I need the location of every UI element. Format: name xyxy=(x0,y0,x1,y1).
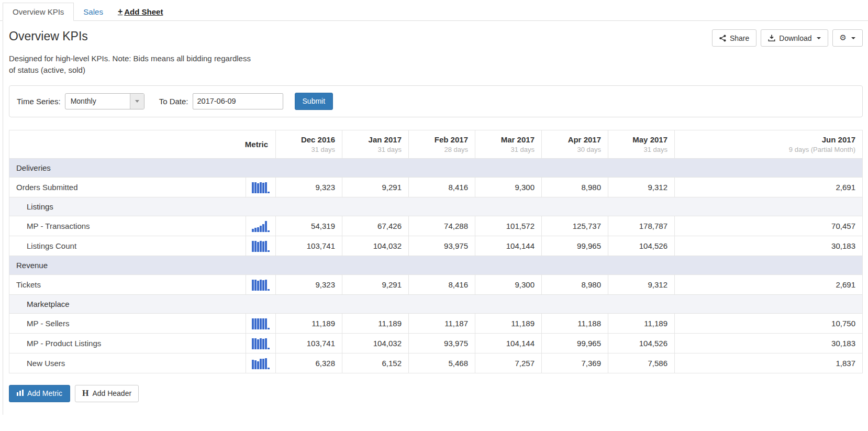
page-title: Overview KPIs xyxy=(9,29,88,43)
sparkline-bar xyxy=(254,338,257,349)
tab-overview-kpis[interactable]: Overview KPIs xyxy=(3,3,74,21)
metric-label: MP - Sellers xyxy=(9,313,246,333)
metric-value: 5,468 xyxy=(409,353,475,373)
to-date-label: To Date: xyxy=(159,97,188,106)
sparkline-bar xyxy=(260,280,262,291)
section-label: Deliveries xyxy=(9,158,863,177)
metric-row[interactable]: MP - Product Listings103,741104,03293,97… xyxy=(9,333,863,353)
month-column-header: Jan 201731 days xyxy=(342,130,409,158)
sparkline-cell xyxy=(246,333,276,353)
sparkline-bar xyxy=(268,289,270,291)
sparkline-bar xyxy=(257,227,259,232)
add-metric-label: Add Metric xyxy=(27,389,62,397)
metric-value: 11,189 xyxy=(475,313,542,333)
sparkline-cell xyxy=(246,177,276,197)
sparkline-cell xyxy=(246,274,276,294)
metric-value: 11,189 xyxy=(608,313,675,333)
metric-value: 9,300 xyxy=(475,177,542,197)
sparkline-bar xyxy=(262,339,264,349)
add-header-button[interactable]: H Add Header xyxy=(75,385,139,402)
sheet-tab-bar: Overview KPIs Sales +Add Sheet xyxy=(0,0,868,21)
metric-value: 7,369 xyxy=(542,353,608,373)
metric-row[interactable]: Tickets9,3239,2918,4169,3008,9809,3122,6… xyxy=(9,274,863,294)
sparkline-bar xyxy=(265,221,267,232)
sparkline-bar xyxy=(265,338,267,349)
metric-value: 6,328 xyxy=(276,353,342,373)
add-metric-button[interactable]: Add Metric xyxy=(9,385,70,402)
metric-value: 8,980 xyxy=(542,177,608,197)
share-button[interactable]: Share xyxy=(712,29,756,47)
sparkline-bar xyxy=(262,318,264,329)
metric-row[interactable]: New Users6,3286,1525,4687,2577,3697,5861… xyxy=(9,353,863,373)
month-column-header: Jun 20179 days (Partial Month) xyxy=(675,130,863,158)
month-column-header: Apr 201730 days xyxy=(542,130,608,158)
header-h-icon: H xyxy=(82,389,88,397)
metric-row[interactable]: Listings Count103,741104,03293,975104,14… xyxy=(9,236,863,256)
sparkline-bar xyxy=(257,281,259,291)
sparkline-bar xyxy=(252,182,254,193)
submit-button[interactable]: Submit xyxy=(295,93,333,110)
subsection-label: Marketplace xyxy=(9,294,863,313)
sparkline-bar xyxy=(252,318,254,329)
subsection-header-row: Listings xyxy=(9,197,863,216)
metric-label: Tickets xyxy=(9,274,246,294)
sparkline-bar xyxy=(252,280,254,291)
settings-button[interactable]: ⚙ xyxy=(832,29,863,47)
metric-label: Orders Submitted xyxy=(9,177,246,197)
section-header-row: Revenue xyxy=(9,256,863,274)
subsection-label: Listings xyxy=(9,197,863,216)
metric-value: 6,152 xyxy=(342,353,409,373)
sparkline-bar xyxy=(252,241,254,252)
select-arrow-icon[interactable] xyxy=(130,94,144,109)
metric-row[interactable]: MP - Transactions54,31967,42674,288101,5… xyxy=(9,216,863,236)
sparkline-bar xyxy=(262,280,264,291)
metric-value: 101,572 xyxy=(475,216,542,236)
sparkline xyxy=(249,337,272,349)
section-label: Revenue xyxy=(9,256,863,274)
metric-value: 104,032 xyxy=(342,236,409,256)
metric-value: 93,975 xyxy=(409,236,475,256)
metric-value: 104,144 xyxy=(475,236,542,256)
sparkline-bar xyxy=(268,348,270,349)
sparkline-bar xyxy=(265,182,267,193)
tab-sales[interactable]: Sales xyxy=(74,3,113,20)
metric-value: 93,975 xyxy=(409,333,475,353)
sparkline-bar xyxy=(268,328,270,329)
metric-value: 2,691 xyxy=(675,274,863,294)
metric-value: 67,426 xyxy=(342,216,409,236)
add-sheet-button[interactable]: +Add Sheet xyxy=(113,3,173,20)
time-series-label: Time Series: xyxy=(17,97,61,106)
kpi-table-body: DeliveriesOrders Submitted9,3239,2918,41… xyxy=(9,158,863,373)
metric-label: MP - Transactions xyxy=(9,216,246,236)
sparkline-bar xyxy=(262,224,264,232)
sparkline-bar xyxy=(254,228,257,232)
add-header-label: Add Header xyxy=(92,389,131,397)
sparkline-cell xyxy=(246,353,276,373)
month-column-header: Feb 201728 days xyxy=(409,130,475,158)
add-sheet-label: Add Sheet xyxy=(124,7,163,16)
time-series-select[interactable]: Monthly xyxy=(65,93,144,109)
metric-value: 104,526 xyxy=(608,333,675,353)
metric-column-header: Metric xyxy=(9,130,276,158)
metric-row[interactable]: MP - Sellers11,18911,18911,18711,18911,1… xyxy=(9,313,863,333)
filter-panel: Time Series: Monthly To Date: Submit xyxy=(9,85,863,117)
subsection-header-row: Marketplace xyxy=(9,294,863,313)
sparkline-bar xyxy=(254,318,257,329)
share-label: Share xyxy=(730,34,749,42)
sparkline-bar xyxy=(262,241,264,252)
download-button[interactable]: Download xyxy=(761,29,828,47)
sparkline-cell xyxy=(246,216,276,236)
metric-value: 9,291 xyxy=(342,177,409,197)
sparkline xyxy=(249,317,272,329)
metric-label: New Users xyxy=(9,353,246,373)
caret-down-icon xyxy=(817,37,821,39)
metric-label: Listings Count xyxy=(9,236,246,256)
sparkline xyxy=(249,357,272,369)
sparkline-bar xyxy=(260,226,262,232)
sparkline-bar xyxy=(265,241,267,252)
metric-value: 104,032 xyxy=(342,333,409,353)
metric-row[interactable]: Orders Submitted9,3239,2918,4169,3008,98… xyxy=(9,177,863,197)
to-date-input[interactable] xyxy=(193,93,283,109)
metric-value: 11,189 xyxy=(276,313,342,333)
metric-value: 7,586 xyxy=(608,353,675,373)
